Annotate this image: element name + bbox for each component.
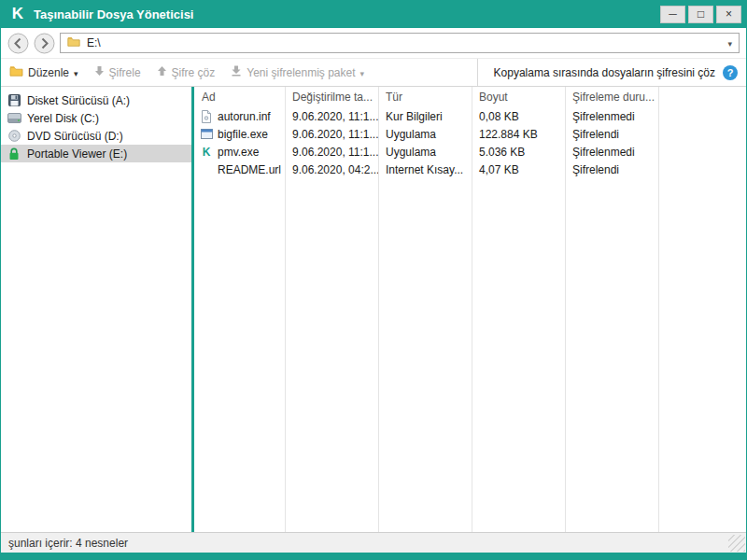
organize-button[interactable]: Düzenle (9, 65, 78, 79)
file-type: Internet Kısay... (378, 163, 472, 176)
sidebar-item-dvd-d[interactable]: DVD Sürücüsü (D:) (1, 127, 191, 145)
toolbar: Düzenle Şifrele Şifre çöz Yeni şifrelenm… (1, 58, 746, 87)
file-status: Şifrelenmedi (565, 110, 658, 123)
sidebar-item-label: Portable Viewer (E:) (27, 147, 127, 161)
folder-icon (67, 36, 80, 49)
address-bar[interactable]: E:\ (60, 33, 740, 53)
table-row[interactable]: bigfile.exe 9.06.2020, 11:1... Uygulama … (194, 125, 746, 143)
forward-button[interactable] (34, 33, 55, 54)
file-date: 9.06.2020, 11:1... (285, 128, 378, 141)
table-row[interactable]: autorun.inf 9.06.2020, 11:1... Kur Bilgi… (194, 107, 746, 125)
file-size: 122.884 KB (472, 128, 565, 141)
file-name: bigfile.exe (218, 128, 268, 141)
new-encrypted-package-label: Yeni şifrelenmiş paket (247, 66, 355, 79)
file-status: Şifrelendi (565, 128, 658, 141)
organize-label: Düzenle (28, 66, 69, 79)
maximize-button[interactable]: □ (688, 6, 713, 23)
toolbar-separator (477, 59, 478, 86)
file-name-cell: K pmv.exe (194, 146, 285, 159)
arrow-down-icon (94, 65, 105, 79)
file-size: 5.036 KB (472, 146, 565, 159)
title-bar: K Taşınabilir Dosya Yöneticisi ─ □ × (1, 0, 746, 28)
window-title: Taşınabilir Dosya Yöneticisi (34, 7, 193, 21)
file-list: Ad Değiştirilme ta... Tür Boyut Şifrelem… (194, 87, 746, 532)
status-text: şunları içerir: 4 nesneler (8, 537, 128, 550)
folder-icon (9, 65, 23, 79)
toolbar-right-group: Kopyalama sırasında dosyaların şifresini… (494, 65, 738, 80)
window-controls: ─ □ × (660, 6, 741, 23)
file-name-cell: autorun.inf (194, 110, 285, 123)
chevron-down-icon[interactable] (727, 36, 732, 49)
dvd-icon (7, 130, 21, 142)
lock-icon (7, 147, 21, 161)
kaspersky-app-icon: K (200, 146, 213, 159)
file-size: 4,07 KB (472, 163, 565, 176)
column-header-type[interactable]: Tür (378, 91, 472, 104)
window: K Taşınabilir Dosya Yöneticisi ─ □ × E:\ (0, 0, 747, 560)
main-area: Disket Sürücüsü (A:) Yerel Disk (C:) DVD… (1, 87, 746, 532)
help-icon[interactable] (723, 65, 738, 80)
decrypt-on-copy-label[interactable]: Kopyalama sırasında dosyaların şifresini… (494, 66, 715, 79)
column-header-date[interactable]: Değiştirilme ta... (285, 91, 378, 104)
encrypt-button[interactable]: Şifrele (94, 65, 141, 79)
minimize-button[interactable]: ─ (660, 6, 685, 23)
arrow-up-icon (157, 65, 167, 79)
file-icon (200, 163, 213, 176)
file-name-cell: bigfile.exe (194, 128, 285, 141)
sidebar-item-label: Disket Sürücüsü (A:) (27, 94, 130, 107)
file-size: 0,08 KB (472, 110, 565, 123)
file-status: Şifrelendi (565, 163, 658, 176)
chevron-down-icon (74, 66, 78, 79)
status-bar: şunları içerir: 4 nesneler (1, 532, 746, 553)
column-header-status[interactable]: Şifreleme duru... (565, 91, 658, 104)
address-text: E:\ (87, 36, 101, 49)
new-encrypted-package-button[interactable]: Yeni şifrelenmiş paket (231, 65, 364, 79)
chevron-down-icon (360, 66, 365, 79)
file-date: 9.06.2020, 11:1... (285, 146, 378, 159)
back-button[interactable] (7, 33, 29, 54)
file-date: 9.06.2020, 11:1... (285, 110, 378, 123)
sidebar-item-local-disk-c[interactable]: Yerel Disk (C:) (1, 109, 191, 127)
sidebar-item-label: Yerel Disk (C:) (27, 112, 99, 125)
window-bottom-border (1, 553, 746, 560)
sidebar-item-label: DVD Sürücüsü (D:) (27, 130, 123, 143)
navigation-bar: E:\ (1, 28, 746, 58)
file-date: 9.06.2020, 04:2... (285, 163, 378, 176)
file-name: README.url (218, 163, 281, 176)
setup-file-icon (200, 110, 213, 123)
table-row[interactable]: K pmv.exe 9.06.2020, 11:1... Uygulama 5.… (194, 143, 746, 161)
file-name: autorun.inf (218, 110, 271, 123)
decrypt-button[interactable]: Şifre çöz (157, 65, 216, 79)
file-status: Şifrelenmedi (565, 146, 658, 159)
kaspersky-logo-icon: K (9, 6, 26, 22)
package-arrow-icon (231, 65, 242, 79)
encrypt-label: Şifrele (109, 66, 141, 79)
hard-disk-icon (7, 113, 21, 123)
file-type: Kur Bilgileri (378, 110, 472, 123)
list-header: Ad Değiştirilme ta... Tür Boyut Şifrelem… (194, 87, 746, 107)
table-row[interactable]: README.url 9.06.2020, 04:2... Internet K… (194, 161, 746, 178)
sidebar-item-floppy-a[interactable]: Disket Sürücüsü (A:) (1, 91, 191, 109)
file-type: Uygulama (378, 128, 472, 141)
application-icon (200, 128, 213, 141)
file-name: pmv.exe (218, 146, 259, 159)
column-header-size[interactable]: Boyut (472, 91, 565, 104)
floppy-icon (7, 94, 21, 106)
file-type: Uygulama (378, 146, 472, 159)
resize-grip[interactable] (728, 535, 745, 552)
drive-tree: Disket Sürücüsü (A:) Yerel Disk (C:) DVD… (1, 87, 191, 532)
column-header-name[interactable]: Ad (194, 91, 285, 104)
decrypt-label: Şifre çöz (172, 66, 216, 79)
sidebar-item-portable-viewer-e[interactable]: Portable Viewer (E:) (1, 145, 191, 162)
file-name-cell: README.url (194, 163, 285, 176)
close-button[interactable]: × (716, 6, 741, 23)
